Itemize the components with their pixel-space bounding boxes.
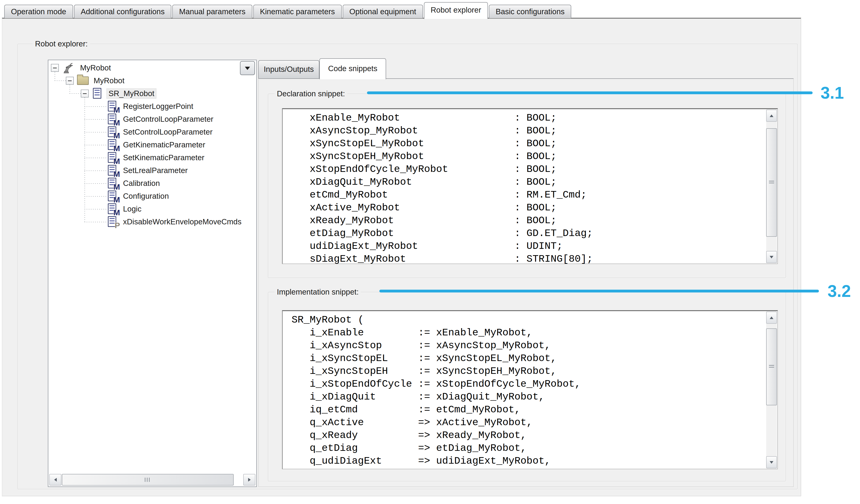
tab-additional-configurations[interactable]: Additional configurations: [74, 5, 172, 18]
method-icon: M: [106, 127, 119, 138]
tree-connector: [85, 158, 106, 158]
declaration-code: xEnable_MyRobot : BOOL; xAsyncStop_MyRob…: [283, 109, 777, 265]
grip-icon: [769, 365, 774, 369]
tree-item-label[interactable]: SR_MyRobot: [107, 89, 156, 99]
tree-item-calibration[interactable]: MCalibration: [48, 177, 256, 190]
callout-ref-3-1: 3.1: [820, 85, 844, 101]
tree-item-label[interactable]: Logic: [121, 204, 143, 214]
tree-item-label[interactable]: xDisableWorkEnvelopeMoveCmds: [121, 217, 243, 227]
arrow-right-icon: [248, 478, 251, 481]
method-icon: M: [106, 165, 119, 177]
tree-connector: [85, 98, 85, 222]
arrow-up-icon: [770, 316, 773, 319]
grip-icon: [145, 478, 151, 482]
tree-item-label[interactable]: Configuration: [121, 191, 171, 201]
tree-connector: [85, 145, 106, 145]
callout-ref-3-2: 3.2: [828, 283, 851, 299]
tree-connector: [85, 196, 106, 197]
tree-connector: [70, 85, 70, 94]
tree-item-logic[interactable]: MLogic: [48, 203, 256, 216]
tree-item-label[interactable]: GetKinematicParameter: [121, 140, 207, 150]
tree-connector: [85, 171, 106, 171]
tree-connector: [85, 209, 106, 209]
tab-basic-configurations[interactable]: Basic configurations: [489, 5, 571, 18]
method-icon: M: [106, 191, 119, 202]
robot-explorer-group-label: Robot explorer:: [33, 39, 90, 49]
tab-kinematic-parameters[interactable]: Kinematic parameters: [253, 5, 342, 18]
callout-line-3-1: [367, 91, 813, 94]
robot-icon: [62, 62, 75, 74]
tree-item-label[interactable]: RegisterLoggerPoint: [121, 102, 195, 111]
tree-item-configuration[interactable]: MConfiguration: [48, 190, 256, 203]
scroll-down-button[interactable]: [766, 251, 777, 263]
arrow-left-icon: [54, 478, 57, 481]
chevron-down-icon: [245, 67, 250, 70]
implementation-vertical-scrollbar[interactable]: [766, 312, 777, 468]
arrow-down-icon: [770, 256, 773, 258]
tree-item-getcontrolloopparameter[interactable]: MGetControlLoopParameter: [48, 113, 256, 126]
arrow-down-icon: [770, 461, 773, 464]
folder-icon: [76, 75, 90, 87]
method-icon: M: [106, 152, 119, 164]
tree-item-myrobot[interactable]: MyRobot: [48, 62, 256, 74]
tree-item-myrobot[interactable]: MyRobot: [48, 74, 256, 87]
horizontal-scrollbar-thumb[interactable]: [62, 474, 234, 486]
tree-connector: [85, 183, 106, 184]
tree-connector: [85, 222, 106, 222]
tree-connector: [85, 132, 106, 132]
tree-connector: [55, 80, 66, 81]
callout-line-3-2: [379, 290, 819, 293]
tree-item-label[interactable]: SetKinematicParameter: [121, 153, 206, 163]
declaration-textarea[interactable]: xEnable_MyRobot : BOOL; xAsyncStop_MyRob…: [282, 108, 778, 264]
method-icon: M: [106, 114, 119, 125]
method-icon: M: [106, 139, 119, 151]
property-icon: P: [106, 216, 119, 228]
scroll-right-button[interactable]: [243, 474, 255, 486]
scroll-down-button[interactable]: [766, 456, 777, 468]
tab-optional-equipment[interactable]: Optional equipment: [343, 5, 423, 18]
tree-item-label[interactable]: MyRobot: [78, 63, 113, 73]
method-icon: M: [106, 101, 119, 113]
tab-robot-explorer[interactable]: Robot explorer: [424, 2, 488, 19]
pou-icon: [91, 88, 104, 100]
tree-item-setkinematicparameter[interactable]: MSetKinematicParameter: [48, 151, 256, 164]
tree-item-getkinematicparameter[interactable]: MGetKinematicParameter: [48, 138, 256, 151]
arrow-up-icon: [770, 115, 773, 117]
tree-dropdown-button[interactable]: [240, 61, 255, 75]
tree-item-registerloggerpoint[interactable]: MRegisterLoggerPoint: [48, 100, 256, 113]
tab-inputs-outputs[interactable]: Inputs/Outputs: [258, 60, 319, 78]
tree-item-setcontrolloopparameter[interactable]: MSetControlLoopParameter: [48, 126, 256, 138]
method-icon: M: [106, 178, 119, 189]
implementation-label: Implementation snippet:: [274, 287, 361, 297]
tree-item-label[interactable]: SetControlLoopParameter: [121, 127, 214, 137]
scroll-left-button[interactable]: [49, 474, 61, 486]
robot-explorer-tree[interactable]: MyRobotMyRobotSR_MyRobotMRegisterLoggerP…: [48, 60, 257, 487]
tree-item-label[interactable]: SetLrealParameter: [121, 166, 189, 175]
vertical-scrollbar-thumb[interactable]: [766, 328, 777, 405]
implementation-code: SR_MyRobot ( i_xEnable := xEnable_MyRobo…: [283, 311, 777, 468]
method-icon: M: [106, 203, 119, 215]
tab-manual-parameters[interactable]: Manual parameters: [172, 5, 252, 18]
tree-item-label[interactable]: MyRobot: [92, 76, 126, 86]
collapse-minus-icon[interactable]: [51, 64, 59, 72]
implementation-textarea[interactable]: SR_MyRobot ( i_xEnable := xEnable_MyRobo…: [282, 310, 778, 469]
declaration-label: Declaration snippet:: [274, 89, 347, 99]
vertical-scrollbar-thumb[interactable]: [766, 128, 777, 237]
collapse-minus-icon[interactable]: [66, 77, 74, 85]
tree-connector: [85, 106, 106, 107]
grip-icon: [769, 181, 774, 184]
tree-connector: [85, 119, 106, 120]
collapse-minus-icon[interactable]: [81, 90, 89, 98]
scroll-up-button[interactable]: [766, 312, 777, 324]
declaration-vertical-scrollbar[interactable]: [766, 109, 777, 263]
tab-operation-mode[interactable]: Operation mode: [4, 5, 73, 18]
robot-configuration-window: Operation modeAdditional configurationsM…: [0, 0, 860, 504]
tree-item-label[interactable]: GetControlLoopParameter: [121, 114, 215, 124]
scroll-up-button[interactable]: [766, 109, 777, 122]
tree-item-xdisableworkenvelopemovecmds[interactable]: PxDisableWorkEnvelopeMoveCmds: [48, 216, 256, 228]
tree-connector: [70, 93, 81, 94]
tab-code-snippets[interactable]: Code snippets: [319, 58, 386, 79]
tree-item-setlrealparameter[interactable]: MSetLrealParameter: [48, 164, 256, 177]
tree-connector: [55, 72, 55, 81]
tree-item-label[interactable]: Calibration: [121, 178, 162, 188]
